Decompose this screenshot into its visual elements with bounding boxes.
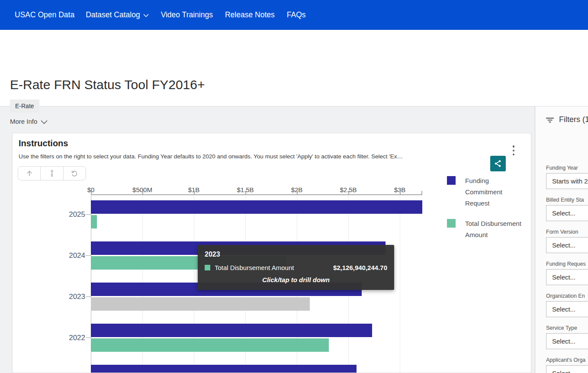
x-axis-tick xyxy=(91,191,92,194)
nav-item-video-trainings[interactable]: Video Trainings xyxy=(161,10,213,19)
filter-label-applicant-s-orga: Applicant's Orga xyxy=(546,357,585,363)
chart-card: Instructions Use the filters on the righ… xyxy=(12,133,531,373)
filter-select-billed-entity-sta[interactable]: Select... xyxy=(546,205,588,221)
share-button[interactable] xyxy=(490,156,506,171)
filter-select-service-type[interactable]: Select... xyxy=(546,333,588,349)
y-axis-label-2024: 2024 xyxy=(59,251,85,260)
nav-item-label: Release Notes xyxy=(225,10,275,19)
filters-panel-header: Filters (1 xyxy=(546,115,588,124)
arrow-up-icon xyxy=(26,170,33,177)
drill-up-button[interactable] xyxy=(18,167,40,180)
more-info-label: More Info xyxy=(10,118,37,125)
x-axis-tick xyxy=(297,191,298,194)
bar-2025-funding-commitment-request[interactable] xyxy=(91,200,422,214)
x-axis-tick xyxy=(245,191,246,194)
page: USAC Open Data Dataset CatalogVideo Trai… xyxy=(0,0,588,373)
page-header: E-Rate FRN Status Tool FY2016+ E-Rate Mo… xyxy=(0,30,588,106)
y-axis-label-2023: 2023 xyxy=(59,293,85,301)
drill-down-icon xyxy=(48,170,56,177)
legend-label: FundingCommitmentRequest xyxy=(465,175,502,209)
y-axis-tick xyxy=(86,255,91,256)
legend-item-total-disbursement-amount[interactable]: Total DisbursementAmount xyxy=(447,218,521,241)
x-axis-tick xyxy=(194,191,195,194)
x-axis-end-tick xyxy=(421,191,422,194)
y-axis-tick xyxy=(86,296,91,297)
filter-label-organization-en: Organization En xyxy=(546,293,585,299)
filter-select-organization-en[interactable]: Select... xyxy=(546,301,588,317)
nav-item-label: FAQs xyxy=(287,10,306,19)
gridline xyxy=(400,196,400,373)
filter-label-form-version: Form Version xyxy=(546,229,578,235)
filter-label-service-type: Service Type xyxy=(546,325,577,331)
y-axis-tick xyxy=(86,214,91,215)
tooltip-value: $2,126,940,244.70 xyxy=(333,264,387,271)
page-title: E-Rate FRN Status Tool FY2016+ xyxy=(10,77,205,92)
chart-tooltip: 2023 Total Disbursement Amount $2,126,94… xyxy=(198,245,394,290)
filter-label-funding-year: Funding Year xyxy=(546,165,578,171)
x-axis-tick xyxy=(400,191,401,194)
filter-label-billed-entity-sta: Billed Entity Sta xyxy=(546,197,584,203)
y-axis-label-2022: 2022 xyxy=(59,334,85,342)
bar-2022-total-disbursement-amount[interactable] xyxy=(91,338,329,352)
drill-toolbar xyxy=(18,166,86,180)
filter-icon xyxy=(546,116,554,123)
bar-2025-total-disbursement-amount[interactable] xyxy=(91,215,97,228)
chart-card-description: Use the filters on the right to select y… xyxy=(19,153,464,160)
filter-select-funding-year[interactable]: Starts with 2 xyxy=(546,173,588,189)
nav-item-faqs[interactable]: FAQs xyxy=(287,10,306,19)
nav-item-release-notes[interactable]: Release Notes xyxy=(225,10,275,19)
more-options-menu-icon[interactable] xyxy=(511,145,516,157)
category-tag[interactable]: E-Rate xyxy=(10,100,39,113)
bar-2021-funding-commitment-request[interactable] xyxy=(91,365,357,373)
more-info-toggle[interactable]: More Info xyxy=(10,118,48,125)
tooltip-category: 2023 xyxy=(205,251,387,258)
filters-title: Filters (1 xyxy=(559,115,588,124)
chart-card-title: Instructions xyxy=(19,138,68,148)
x-axis-line xyxy=(91,194,422,195)
share-icon xyxy=(494,159,502,168)
chevron-down-icon xyxy=(41,120,48,124)
nav-item-label: Dataset Catalog xyxy=(86,10,140,19)
x-axis-tick xyxy=(142,191,143,194)
filter-select-form-version[interactable]: Select... xyxy=(546,237,588,253)
filter-select-funding-reques[interactable]: Select... xyxy=(546,269,588,285)
tooltip-series-swatch xyxy=(205,265,210,270)
chevron-down-icon xyxy=(143,14,149,17)
reset-drill-button[interactable] xyxy=(63,167,86,180)
y-axis-label-2025: 2025 xyxy=(59,210,85,219)
nav-brand-usac-open-data[interactable]: USAC Open Data xyxy=(15,10,74,19)
x-axis-tick xyxy=(348,191,349,194)
legend-item-funding-commitment-request[interactable]: FundingCommitmentRequest xyxy=(447,175,502,209)
legend-swatch xyxy=(447,176,456,185)
nav-item-dataset-catalog[interactable]: Dataset Catalog xyxy=(86,10,149,19)
legend-label: Total DisbursementAmount xyxy=(465,218,521,241)
drill-down-button[interactable] xyxy=(40,167,63,180)
filters-panel: Filters (1 Funding YearStarts with 2Bill… xyxy=(535,106,588,373)
bar-2022-funding-commitment-request[interactable] xyxy=(91,324,372,337)
undo-icon xyxy=(71,170,78,177)
tooltip-drill-hint: Click/tap to drill down xyxy=(205,276,387,283)
legend-swatch xyxy=(447,219,456,228)
tooltip-series-label: Total Disbursement Amount xyxy=(215,264,294,271)
nav-item-label: Video Trainings xyxy=(161,10,213,19)
filter-select-applicant-s-orga[interactable]: Select... xyxy=(546,365,588,373)
top-navbar: USAC Open Data Dataset CatalogVideo Trai… xyxy=(0,0,588,30)
bar-2023-total-disbursement-amount[interactable] xyxy=(91,297,310,311)
filter-label-funding-reques: Funding Reques xyxy=(546,261,586,267)
y-axis-tick xyxy=(86,338,91,338)
